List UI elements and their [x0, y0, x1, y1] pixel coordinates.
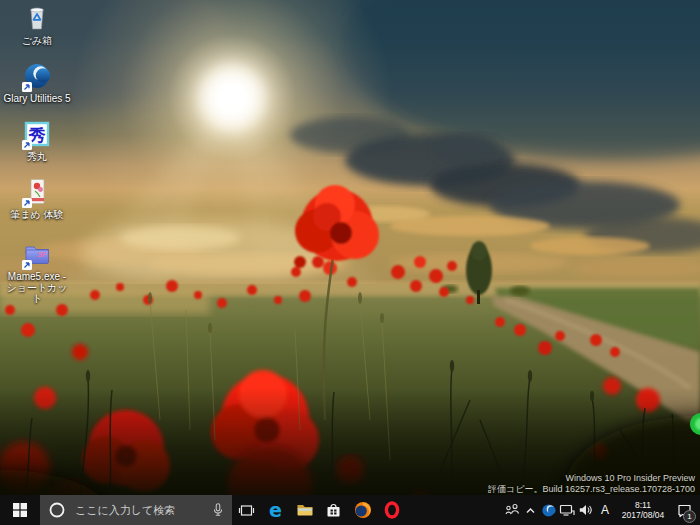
task-view-button[interactable]	[232, 495, 261, 525]
show-hidden-icons-button[interactable]	[522, 495, 539, 525]
icon-label: ごみ箱	[22, 35, 52, 46]
desktop-icons: ごみ箱 Glary Utilities 5	[0, 2, 74, 312]
action-center-button[interactable]: 1	[671, 495, 697, 525]
icon-label: 秀丸	[27, 151, 47, 162]
file-explorer-icon	[296, 501, 314, 519]
start-button[interactable]	[0, 495, 40, 525]
people-button[interactable]	[502, 495, 522, 525]
search-input[interactable]	[73, 503, 210, 517]
task-view-icon	[238, 502, 255, 519]
icon-label: Mame5.exe - ショートカット	[2, 271, 72, 304]
volume-button[interactable]	[576, 495, 595, 525]
icon-label: 筆まめ 体験	[10, 209, 63, 220]
shortcut-arrow-icon	[22, 140, 32, 150]
desktop-icon-fudemame[interactable]: 筆まめ 体験	[0, 176, 74, 238]
taskbar-clock[interactable]: 8:11 2017/08/04	[615, 495, 671, 525]
glary-tray-button[interactable]	[539, 495, 557, 525]
glary-utilities-tray-icon	[541, 503, 556, 518]
clock-date: 2017/08/04	[622, 510, 665, 520]
watermark-line1: Windows 10 Pro Insider Preview	[488, 473, 695, 484]
shortcut-arrow-icon	[22, 82, 32, 92]
desktop-icon-hidemaru[interactable]: 秀 秀丸	[0, 118, 74, 176]
recycle-bin-icon	[22, 3, 52, 33]
desktop-icon-glary-utilities[interactable]: Glary Utilities 5	[0, 60, 74, 118]
shortcut-arrow-icon	[22, 198, 32, 208]
taskbar-firefox-button[interactable]	[348, 495, 377, 525]
clock-time: 8:11	[635, 500, 651, 510]
taskbar-opera-button[interactable]	[377, 495, 406, 525]
system-tray: A 8:11 2017/08/04 1	[502, 495, 700, 525]
wallpaper-image	[0, 0, 700, 495]
windows-logo-icon	[13, 503, 27, 517]
desktop: ごみ箱 Glary Utilities 5	[0, 0, 700, 495]
taskbar-edge-button[interactable]: e	[261, 495, 290, 525]
taskbar-store-button[interactable]	[319, 495, 348, 525]
shortcut-arrow-icon	[22, 260, 32, 270]
taskbar-search-box[interactable]	[40, 495, 232, 525]
svg-text:SF: SF	[38, 251, 48, 258]
cortana-icon	[48, 501, 66, 519]
microphone-icon[interactable]	[210, 502, 226, 518]
insider-preview-watermark: Windows 10 Pro Insider Preview 評価コピー。Bui…	[488, 473, 695, 494]
icon-label: Glary Utilities 5	[3, 93, 70, 104]
edge-icon: e	[269, 501, 282, 520]
opera-icon	[383, 501, 401, 519]
desktop-icon-mame5-shortcut[interactable]: SF Mame5.exe - ショートカット	[0, 238, 74, 312]
taskbar-file-explorer-button[interactable]	[290, 495, 319, 525]
network-button[interactable]	[557, 495, 576, 525]
store-icon	[325, 502, 342, 519]
speaker-icon	[578, 502, 594, 518]
ime-mode-indicator[interactable]: A	[595, 495, 615, 525]
people-icon	[504, 502, 520, 518]
notification-badge: 1	[683, 510, 696, 523]
network-icon	[559, 502, 575, 518]
desktop-icon-recycle-bin[interactable]: ごみ箱	[0, 2, 74, 60]
chevron-up-icon	[524, 504, 537, 517]
taskbar: e	[0, 495, 700, 525]
firefox-icon	[354, 501, 372, 519]
watermark-line2: 評価コピー。Build 16257.rs3_release.170728-170…	[488, 484, 695, 495]
